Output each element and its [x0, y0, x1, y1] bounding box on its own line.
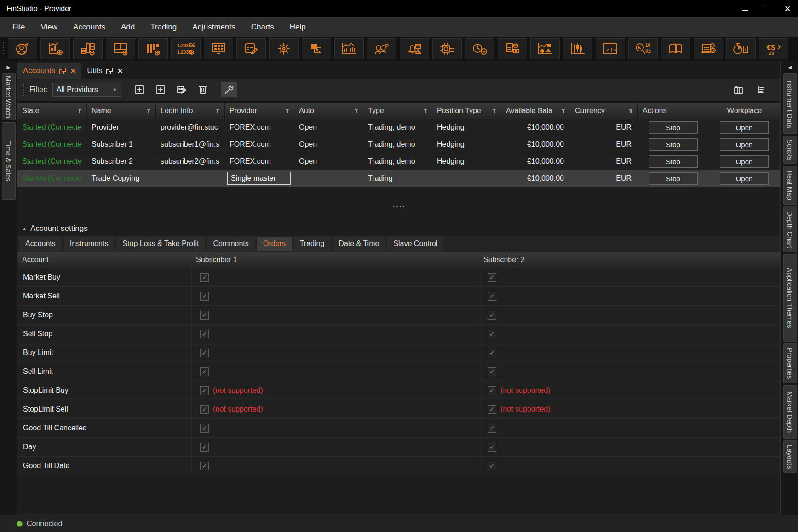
menu-accounts[interactable]: Accounts: [65, 17, 113, 37]
menu-view[interactable]: View: [33, 17, 65, 37]
subscriber2-checkbox[interactable]: ✓: [488, 405, 496, 414]
provider-edit-field[interactable]: Single master: [227, 172, 291, 185]
col-type[interactable]: Type: [363, 103, 432, 119]
subscriber1-checkbox[interactable]: ✓: [200, 273, 209, 282]
task-manager-icon[interactable]: [694, 38, 723, 59]
open-workplace-button[interactable]: Open: [720, 121, 769, 134]
filter-funnel-icon[interactable]: [353, 108, 359, 114]
tab-settings-trading[interactable]: Trading: [294, 237, 331, 251]
subscriber2-checkbox[interactable]: ✓: [488, 311, 496, 320]
menu-trading[interactable]: Trading: [143, 17, 184, 37]
stop-button[interactable]: Stop: [649, 172, 698, 185]
filter-funnel-icon[interactable]: [628, 108, 634, 114]
col-account[interactable]: Account: [17, 252, 191, 268]
account-settings-toggle-button[interactable]: [221, 82, 237, 97]
subscriber1-checkbox[interactable]: ✓: [200, 292, 209, 301]
subscriber2-checkbox[interactable]: ✓: [488, 462, 496, 470]
add-account-button[interactable]: [131, 82, 148, 97]
subscriber1-checkbox[interactable]: ✓: [200, 424, 209, 433]
market-scanner-icon[interactable]: [334, 38, 364, 59]
panel-tab-heat-map[interactable]: Heat Map: [783, 166, 797, 205]
filter-funnel-icon[interactable]: [77, 108, 83, 114]
new-note-icon[interactable]: [236, 38, 266, 59]
subscriber2-checkbox[interactable]: ✓: [488, 330, 496, 338]
filter-funnel-icon[interactable]: [422, 108, 428, 114]
col-position-type[interactable]: Position Type: [432, 103, 501, 119]
subscriber2-checkbox[interactable]: ✓: [488, 292, 496, 301]
subscriber1-checkbox[interactable]: ✓: [200, 405, 209, 414]
group-panel-icon[interactable]: [753, 82, 770, 97]
currency-converter-icon[interactable]: €$B$: [759, 38, 788, 59]
menu-help[interactable]: Help: [282, 17, 314, 37]
panel-splitter[interactable]: [17, 187, 780, 221]
panel-tab-market-watch[interactable]: Market Watch: [2, 73, 16, 120]
account-manager-icon[interactable]: [8, 38, 37, 59]
subscriber1-checkbox[interactable]: ✓: [200, 386, 209, 395]
col-workplace[interactable]: Workplace: [708, 103, 780, 119]
float-window-icon[interactable]: [59, 68, 66, 74]
panel-tab-layouts[interactable]: Layouts: [783, 440, 797, 473]
candle-chart-icon[interactable]: [563, 38, 592, 59]
provider-filter-select[interactable]: All Providers ▼: [52, 83, 121, 97]
col-subscriber-1[interactable]: Subscriber 1: [191, 252, 479, 268]
new-quote-board-icon[interactable]: 1.203561.2035: [171, 38, 201, 59]
panel-tab-scripts[interactable]: Scripts: [783, 136, 797, 164]
filterbar-grip[interactable]: [22, 84, 25, 96]
tab-settings-accounts[interactable]: Accounts: [19, 237, 62, 251]
filter-funnel-icon[interactable]: [284, 108, 290, 114]
menu-adjustments[interactable]: Adjustments: [184, 17, 243, 37]
delete-button[interactable]: [195, 82, 211, 97]
edit-button[interactable]: [173, 82, 190, 97]
tab-settings-instruments[interactable]: Instruments: [64, 237, 115, 251]
expand-right-icon[interactable]: ◀: [788, 61, 792, 73]
tab-settings-datetime[interactable]: Date & Time: [333, 237, 385, 251]
close-button[interactable]: ✕: [777, 0, 798, 17]
subscriber1-checkbox[interactable]: ✓: [200, 443, 209, 452]
new-watchlist-icon[interactable]: [73, 38, 103, 59]
expand-left-icon[interactable]: ▶: [6, 61, 10, 73]
new-chart-icon[interactable]: [40, 38, 70, 59]
toolbar-grip[interactable]: [2, 42, 5, 56]
algo-trading-icon[interactable]: [432, 38, 462, 59]
billing-icon[interactable]: [498, 38, 527, 59]
minimize-button[interactable]: [735, 0, 756, 17]
menu-charts[interactable]: Charts: [243, 17, 282, 37]
filter-funnel-icon[interactable]: [146, 108, 152, 114]
add-connection-button[interactable]: [152, 82, 169, 97]
open-workplace-button[interactable]: Open: [720, 138, 769, 151]
tab-utils[interactable]: Utils ✕: [81, 63, 128, 79]
panel-tab-market-depth[interactable]: Market Depth: [783, 385, 797, 439]
subscriber2-checkbox[interactable]: ✓: [488, 367, 496, 376]
float-window-icon[interactable]: [106, 68, 113, 74]
panel-tab-instrument-data[interactable]: Instrument Data: [783, 73, 797, 134]
stop-button[interactable]: Stop: [649, 121, 698, 134]
col-subscriber-2[interactable]: Subscriber 2: [479, 252, 780, 268]
connections-icon[interactable]: [367, 38, 396, 59]
workspace-manager-icon[interactable]: [302, 38, 331, 59]
tab-settings-stoploss[interactable]: Stop Loss & Take Profit: [116, 237, 205, 251]
table-row[interactable]: Started (Connecte Provider provider@fin.…: [17, 119, 780, 136]
panel-tab-time-and-sales[interactable]: Time & Sales: [2, 122, 16, 200]
collapse-icon[interactable]: ▲: [22, 226, 27, 231]
panel-tab-application-themes[interactable]: Application Themes: [783, 254, 797, 342]
tab-accounts-close-icon[interactable]: ✕: [70, 67, 76, 75]
panel-tab-properties[interactable]: Properties: [783, 343, 797, 383]
panel-tab-depth-chart[interactable]: Depth Chart: [783, 206, 797, 252]
open-workplace-button[interactable]: Open: [720, 172, 769, 185]
stop-button[interactable]: Stop: [649, 138, 698, 151]
open-workplace-button[interactable]: Open: [720, 155, 769, 168]
col-state[interactable]: State: [17, 103, 87, 119]
subscriber1-checkbox[interactable]: ✓: [200, 367, 209, 376]
subscriber2-checkbox[interactable]: ✓: [488, 424, 496, 433]
subscriber1-checkbox[interactable]: ✓: [200, 311, 209, 320]
settings-gear-icon[interactable]: [269, 38, 299, 59]
col-name[interactable]: Name: [87, 103, 156, 119]
maximize-button[interactable]: [756, 0, 777, 17]
subscriber2-checkbox[interactable]: ✓: [488, 443, 496, 452]
filter-funnel-icon[interactable]: [560, 108, 566, 114]
subscriber1-checkbox[interactable]: ✓: [200, 462, 209, 470]
subscriber2-checkbox[interactable]: ✓: [488, 349, 496, 357]
notifications-icon[interactable]: [400, 38, 429, 59]
stop-button[interactable]: Stop: [649, 155, 698, 168]
timer-info-icon[interactable]: i: [726, 38, 756, 59]
